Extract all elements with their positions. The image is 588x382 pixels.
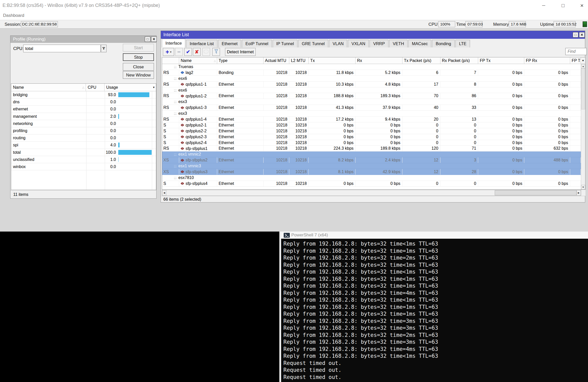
column-header-rx-packet-p-s-[interactable]: Rx Packet (p/s): [440, 57, 478, 64]
interface-titlebar[interactable]: Interface List □ ✕: [161, 31, 585, 39]
maximize-icon[interactable]: □: [145, 36, 150, 42]
minimize-icon[interactable]: ─: [535, 0, 552, 11]
tab-vlan[interactable]: VLAN: [329, 40, 347, 47]
tab-eoip-tunnel[interactable]: EoIP Tunnel: [242, 40, 272, 47]
horizontal-scroll-thumb[interactable]: [495, 190, 577, 195]
powershell-titlebar[interactable]: PowerShell 7 (x64): [281, 232, 588, 239]
tab-ip-tunnel[interactable]: IP Tunnel: [273, 40, 297, 47]
tab-interface-list[interactable]: Interface List: [186, 40, 217, 47]
scroll-up-icon[interactable]: ▲: [581, 64, 585, 69]
column-header-flags[interactable]: [162, 57, 179, 64]
disable-button[interactable]: ✘: [193, 48, 201, 56]
comment-row[interactable]: ;;;esx1 vmnic2: [162, 151, 581, 157]
interface-row[interactable]: RSsfp-sfpplus1Ethernet1021810218224.3 kb…: [162, 146, 581, 151]
column-header-fp-rx[interactable]: FP Rx: [524, 57, 570, 64]
close-icon[interactable]: ✕: [579, 32, 585, 37]
find-input[interactable]: [565, 48, 587, 55]
interface-row[interactable]: RSqsfpplus1-3Ethernet102181021841.3 kbps…: [162, 105, 581, 111]
profile-row[interactable]: unclassified1.0: [11, 156, 156, 163]
interface-row[interactable]: Sqsfpplus2-1Ethernet10218102180 bps0 bps…: [162, 122, 581, 128]
interface-row[interactable]: Sqsfpplus2-4Ethernet10218102180 bps0 bps…: [162, 140, 581, 146]
column-header-tx-packet-p-s-[interactable]: Tx Packet (p/s): [402, 57, 440, 64]
comment-row[interactable]: ;;;esx1 vmnic3: [162, 163, 581, 169]
comment-row[interactable]: ;;;esx3: [162, 111, 581, 117]
interface-row[interactable]: Sqsfpplus2-3Ethernet10218102180 bps0 bps…: [162, 134, 581, 140]
comment-row[interactable]: ;;;esx3: [162, 99, 581, 105]
stop-button[interactable]: Stop: [123, 53, 154, 61]
remove-button[interactable]: −: [175, 48, 183, 56]
comment-row[interactable]: ;;;esx6: [162, 76, 581, 82]
interface-row[interactable]: Sqsfpplus2-2Ethernet10218102180 bps0 bps…: [162, 128, 581, 134]
enable-button[interactable]: ✔: [184, 48, 192, 56]
tab-vxlan[interactable]: VXLAN: [348, 40, 369, 47]
session-value[interactable]: DC:2C:6E:B2:99:58: [21, 21, 58, 27]
comment-row[interactable]: ;;;Truenas: [162, 64, 581, 70]
tab-bonding[interactable]: Bonding: [432, 40, 455, 47]
profile-row[interactable]: ethernet0.0: [11, 106, 156, 113]
column-header-tx[interactable]: Tx: [309, 57, 356, 64]
profile-row[interactable]: management2.0: [11, 113, 156, 120]
close-icon[interactable]: ✕: [574, 0, 588, 11]
profile-row[interactable]: bridging93.0: [11, 91, 156, 98]
profile-row[interactable]: profiling0.0: [11, 127, 156, 134]
scroll-down-icon[interactable]: ▼: [581, 185, 585, 189]
column-header-rx[interactable]: Rx: [356, 57, 402, 64]
profile-row[interactable]: dns0.0: [11, 98, 156, 106]
column-picker-icon[interactable]: ▼: [581, 57, 585, 64]
comment-icon: [204, 49, 208, 55]
column-header-fp-tx[interactable]: FP Tx: [570, 57, 581, 64]
l2-mtu-value: 10218: [289, 70, 309, 75]
column-picker-icon[interactable]: ▼: [152, 84, 156, 91]
column-header-type[interactable]: Type: [217, 57, 264, 64]
profile-row[interactable]: winbox0.0: [11, 163, 156, 170]
interface-row[interactable]: XSsfp-sfpplus3Ethernet10218102188.1 kbps…: [162, 169, 581, 175]
interface-row[interactable]: RSqsfpplus1-2Ethernet1021810218188.8 kbp…: [162, 93, 581, 99]
maximize-icon[interactable]: □: [573, 32, 578, 37]
horizontal-scrollbar[interactable]: ◀ ▶: [162, 190, 581, 196]
column-header-actual-mtu[interactable]: Actual MTU: [264, 57, 290, 64]
close-icon[interactable]: ✕: [151, 36, 157, 42]
cpu-select-dropdown-icon[interactable]: ▼: [101, 45, 107, 52]
comment-row[interactable]: ;;;esx7810: [162, 175, 581, 181]
profile-row[interactable]: spi4.0: [11, 142, 156, 149]
new-window-button[interactable]: New Window: [123, 71, 154, 79]
profile-row[interactable]: routing0.0: [11, 134, 156, 142]
column-header-fp-tx[interactable]: FP Tx: [478, 57, 524, 64]
filter-button[interactable]: [212, 48, 220, 56]
detect-internet-button[interactable]: Detect Internet: [225, 48, 256, 56]
cpu-select[interactable]: total: [23, 45, 101, 52]
column-header-name[interactable]: Name△: [179, 57, 217, 64]
tab-macsec[interactable]: MACsec: [408, 40, 431, 47]
interface-row[interactable]: RSlag2Bonding102181021811.8 kbps5.2 kbps…: [162, 70, 581, 76]
menu-dashboard[interactable]: Dashboard: [3, 13, 24, 18]
close-button[interactable]: Close: [123, 63, 154, 71]
tab-gre-tunnel[interactable]: GRE Tunnel: [298, 40, 328, 47]
start-button[interactable]: Start: [123, 44, 154, 52]
add-button[interactable]: + ▾: [163, 48, 174, 56]
column-header-usage[interactable]: Usage: [104, 84, 152, 91]
comment-row[interactable]: ;;;esx6: [162, 87, 581, 93]
powershell-console[interactable]: Reply from 192.168.2.8: bytes=32 time<1m…: [281, 239, 588, 382]
scroll-left-icon[interactable]: ◀: [162, 190, 166, 195]
vertical-scrollbar[interactable]: ▲ ▼: [581, 64, 585, 189]
interface-row[interactable]: RSqsfpplus1-1Ethernet102181021810.3 kbps…: [162, 82, 581, 87]
tab-vrrp[interactable]: VRRP: [370, 40, 388, 47]
maximize-icon[interactable]: □: [555, 0, 571, 11]
profile-row[interactable]: total100.0: [11, 149, 156, 156]
interface-row[interactable]: RSqsfpplus1-4Ethernet102181021817.2 kbps…: [162, 117, 581, 122]
comment-button[interactable]: [202, 48, 210, 56]
scroll-right-icon[interactable]: ▶: [577, 190, 581, 195]
column-header-cpu[interactable]: CPU: [86, 84, 104, 91]
profile-titlebar[interactable]: Profile (Running) □ ✕: [10, 36, 156, 43]
tab-ethernet[interactable]: Ethernet: [218, 40, 241, 47]
tab-interface[interactable]: Interface: [162, 39, 185, 47]
vertical-scroll-thumb[interactable]: [581, 69, 585, 109]
profile-row[interactable]: networking0.0: [11, 120, 156, 127]
tab-lte[interactable]: LTE: [455, 40, 470, 47]
tab-veth[interactable]: VETH: [389, 40, 408, 47]
rx-packet-value: 13: [440, 117, 478, 122]
interface-row[interactable]: Ssfp-sfpplus4Ethernet10218102180 bps0 bp…: [162, 181, 581, 187]
column-header-name[interactable]: Name△: [11, 84, 86, 91]
column-header-l2-mtu[interactable]: L2 MTU: [289, 57, 309, 64]
interface-row[interactable]: XSsfp-sfpplus2Ethernet10218102188.2 kbps…: [162, 157, 581, 163]
